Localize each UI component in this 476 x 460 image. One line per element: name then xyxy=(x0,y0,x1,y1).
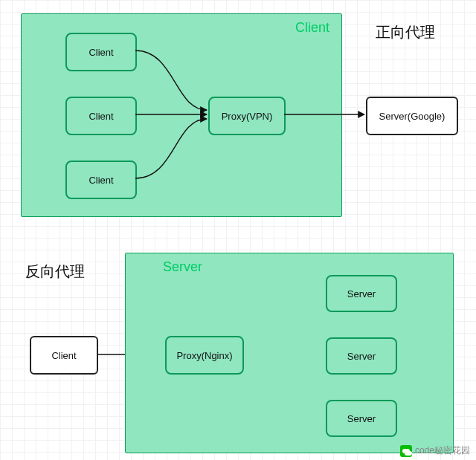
reverse-group-title: Server xyxy=(163,259,202,275)
watermark-text: code秘密花园 xyxy=(415,444,470,457)
arrow-fwd-c1-proxy xyxy=(135,51,207,110)
wechat-icon xyxy=(400,445,412,457)
watermark: code秘密花园 xyxy=(400,444,470,457)
reverse-proxy-node: Proxy(Nginx) xyxy=(165,336,244,375)
reverse-server-1: Server xyxy=(326,275,397,312)
reverse-server-2: Server xyxy=(326,337,397,375)
arrow-fwd-c3-proxy xyxy=(135,119,207,178)
reverse-client-node: Client xyxy=(30,336,98,375)
reverse-server-3: Server xyxy=(326,400,397,437)
reverse-proxy-heading: 反向代理 xyxy=(25,262,85,282)
